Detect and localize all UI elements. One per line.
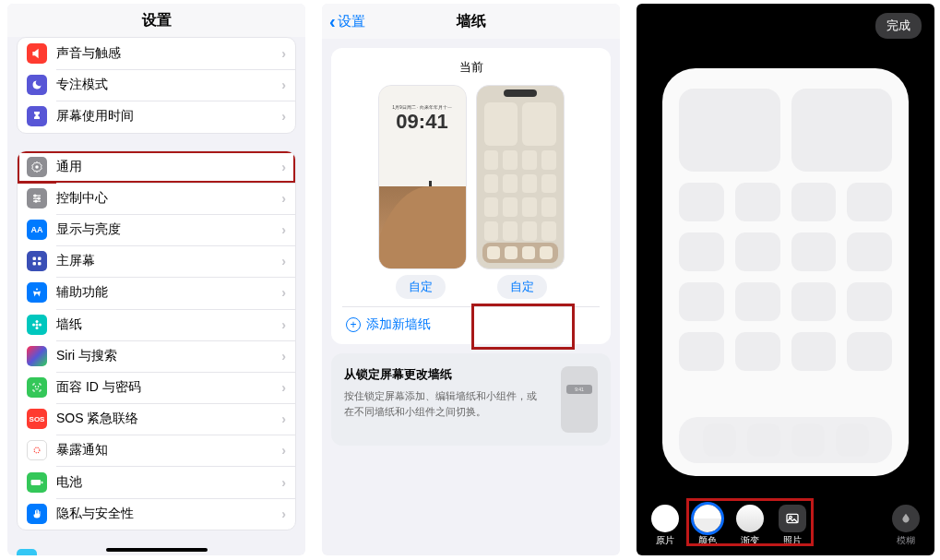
app-placeholder <box>735 332 780 371</box>
svg-point-10 <box>36 320 39 323</box>
app-placeholder <box>791 282 837 321</box>
done-button[interactable]: 完成 <box>875 13 922 39</box>
row-control-center[interactable]: 控制中心 › <box>18 183 295 214</box>
add-wallpaper-button[interactable]: + 添加新墙纸 <box>342 306 600 337</box>
row-exposure[interactable]: 暴露通知 › <box>18 435 295 466</box>
row-home-screen[interactable]: 主屏幕 › <box>18 245 295 277</box>
svg-rect-18 <box>42 481 43 483</box>
row-label: Siri 与搜索 <box>56 348 281 364</box>
gear-icon <box>27 157 47 177</box>
svg-point-2 <box>38 197 40 199</box>
chevron-right-icon: › <box>281 475 286 490</box>
face-id-icon <box>27 377 47 398</box>
option-color[interactable]: 颜色 <box>694 505 721 547</box>
row-sound[interactable]: 声音与触感 › <box>18 38 295 69</box>
customize-buttons: 自定 自定 <box>342 275 600 299</box>
chevron-right-icon: › <box>281 254 286 268</box>
flower-icon <box>27 315 47 335</box>
option-label: 模糊 <box>897 534 915 547</box>
app-placeholder <box>679 282 724 321</box>
svg-point-12 <box>32 323 35 326</box>
app-placeholder <box>735 282 780 321</box>
home-indicator <box>106 548 208 552</box>
wallpaper-panel: ‹ 设置 墙纸 当前 1月9日周二 · 向来年年月十一 09:41 <box>322 4 620 555</box>
row-label: 隐私与安全性 <box>56 506 281 522</box>
settings-group-1: 声音与触感 › 专注模式 › 屏幕使用时间 › <box>17 37 296 134</box>
help-body: 按住锁定屏幕添加、编辑墙纸和小组件，或在不同墙纸和小组件之间切换。 <box>344 388 546 419</box>
chevron-right-icon: › <box>281 506 286 521</box>
option-gradient[interactable]: 渐变 <box>736 505 764 547</box>
svg-point-3 <box>35 200 37 202</box>
lock-screen-preview[interactable]: 1月9日周二 · 向来年年月十一 09:41 <box>378 85 467 269</box>
back-button[interactable]: ‹ 设置 <box>322 11 365 32</box>
row-screentime[interactable]: 屏幕使用时间 › <box>18 101 295 132</box>
apps-grid-icon <box>27 251 47 271</box>
customize-home-button[interactable]: 自定 <box>497 275 547 299</box>
current-wallpaper-card: 当前 1月9日周二 · 向来年年月十一 09:41 <box>331 48 611 344</box>
exposure-icon <box>27 440 47 460</box>
chevron-right-icon: › <box>281 285 286 300</box>
app-placeholder <box>791 332 837 371</box>
page-title: 墙纸 <box>457 12 486 31</box>
svg-point-0 <box>35 165 39 169</box>
svg-rect-7 <box>38 262 42 266</box>
row-faceid[interactable]: 面容 ID 与密码 › <box>18 372 295 403</box>
hourglass-icon <box>27 106 47 126</box>
row-label: 声音与触感 <box>56 45 281 62</box>
chevron-right-icon: › <box>281 191 286 206</box>
settings-group-2: 通用 › 控制中心 › AA 显示与亮度 › 主屏幕 › 辅助功能 <box>17 150 296 530</box>
svg-rect-4 <box>33 257 37 261</box>
chevron-right-icon: › <box>281 160 286 174</box>
row-sos[interactable]: SOS SOS 紧急联络 › <box>18 403 295 435</box>
chevron-right-icon: › <box>281 411 286 426</box>
mini-time: 9:41 <box>566 385 592 394</box>
color-swatch-icon <box>694 505 721 532</box>
row-label: 电池 <box>56 474 281 491</box>
wallpaper-previews: 1月9日周二 · 向来年年月十一 09:41 <box>342 85 600 269</box>
row-label: 显示与亮度 <box>56 221 281 238</box>
app-placeholder <box>847 332 892 371</box>
chevron-right-icon: › <box>281 380 286 395</box>
app-placeholder <box>735 183 780 221</box>
chevron-right-icon: › <box>281 222 286 237</box>
nav-header: ‹ 设置 墙纸 <box>322 4 620 39</box>
row-label: 暴露通知 <box>56 442 281 459</box>
row-wallpaper[interactable]: 墙纸 › <box>18 309 295 340</box>
lock-time: 09:41 <box>379 110 466 134</box>
siri-icon <box>27 346 47 366</box>
row-label: 控制中心 <box>56 190 281 207</box>
row-privacy[interactable]: 隐私与安全性 › <box>18 498 295 530</box>
option-original[interactable]: 原片 <box>651 505 679 547</box>
row-general[interactable]: 通用 › <box>18 151 295 183</box>
home-screen-preview[interactable] <box>476 85 565 269</box>
option-blur[interactable]: 模糊 <box>892 505 920 547</box>
option-label: 原片 <box>656 534 674 547</box>
option-photo[interactable]: 照片 <box>779 505 806 547</box>
row-focus[interactable]: 专注模式 › <box>18 69 295 101</box>
row-label: SOS 紧急联络 <box>56 411 281 427</box>
photo-icon <box>779 505 806 532</box>
row-label: 通用 <box>56 159 281 175</box>
settings-panel: 设置 声音与触感 › 专注模式 › 屏幕使用时间 › <box>7 4 305 555</box>
app-placeholder <box>679 183 724 221</box>
option-label: 渐变 <box>741 534 759 547</box>
row-label: 墙纸 <box>56 316 281 333</box>
app-placeholder <box>735 232 780 271</box>
svg-point-14 <box>35 386 36 387</box>
customize-lock-button[interactable]: 自定 <box>396 275 446 299</box>
app-placeholder <box>791 183 837 221</box>
app-placeholder <box>679 332 724 371</box>
row-accessibility[interactable]: 辅助功能 › <box>18 277 295 308</box>
svg-point-11 <box>36 327 39 329</box>
sound-icon <box>27 43 47 64</box>
svg-point-15 <box>38 386 39 387</box>
row-battery[interactable]: 电池 › <box>18 466 295 497</box>
row-siri[interactable]: Siri 与搜索 › <box>18 340 295 372</box>
app-placeholder <box>847 282 892 321</box>
chevron-left-icon: ‹ <box>329 11 336 32</box>
page-title: 设置 <box>7 4 305 37</box>
app-placeholder <box>791 232 837 271</box>
add-label: 添加新墙纸 <box>366 316 431 333</box>
row-display[interactable]: AA 显示与亮度 › <box>18 214 295 245</box>
current-label: 当前 <box>342 59 600 76</box>
